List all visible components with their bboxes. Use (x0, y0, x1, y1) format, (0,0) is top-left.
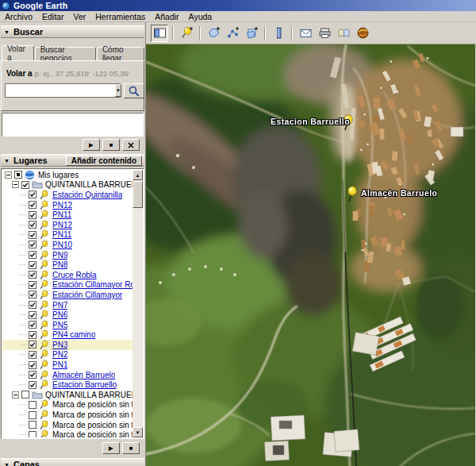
scrollbar-thumb[interactable] (132, 181, 143, 208)
tree-item-label[interactable]: PN1 (52, 360, 67, 369)
tree-item-label[interactable]: Mis lugares (38, 171, 79, 179)
add-placemark-button[interactable] (178, 25, 195, 42)
tab-cómo-llegar[interactable]: Cómo llegar (97, 47, 144, 61)
tree-item-label[interactable]: Marca de posición sin título (52, 421, 132, 429)
visibility-checkbox[interactable] (29, 231, 36, 239)
tree-item-pn12[interactable]: PN12 (2, 200, 132, 210)
tree-item-estacion-barruello[interactable]: Estacion Barruello (2, 379, 132, 390)
visibility-checkbox[interactable] (29, 191, 36, 198)
visibility-checkbox[interactable] (29, 321, 36, 329)
tree-item-estaci-n-cillamayor-robla[interactable]: Estación Cillamayor Robla (2, 280, 132, 291)
map-viewport[interactable]: Estacion BarruelloAlmacén Barruelo (146, 44, 475, 466)
visibility-checkbox[interactable] (29, 211, 36, 219)
tree-item-label[interactable]: PN3 (52, 341, 67, 349)
tree-item-label[interactable]: Marca de posición sin título (52, 410, 132, 419)
search-play-button[interactable]: ▶ (83, 139, 100, 151)
add-image-overlay-button[interactable] (243, 25, 260, 42)
tree-item-label[interactable]: PN10 (52, 241, 72, 249)
tree-item-label[interactable]: PN12 (52, 201, 72, 210)
tree-item-pn1[interactable]: PN1 (2, 360, 132, 370)
visibility-checkbox[interactable] (29, 251, 36, 259)
expand-collapse-box[interactable] (12, 391, 19, 399)
tree-item-label[interactable]: Almacén Barruelo (52, 371, 115, 379)
visibility-checkbox[interactable] (29, 241, 36, 248)
map-label-almac-n-barruelo[interactable]: Almacén Barruelo (361, 188, 437, 198)
tree-item-label[interactable]: PN11 (52, 230, 71, 239)
visibility-checkbox[interactable] (21, 391, 29, 399)
add-path-button[interactable] (224, 25, 241, 42)
tree-item-cruce-robla[interactable]: Cruce Robla (2, 270, 132, 280)
scroll-down-button[interactable]: ▼ (132, 427, 143, 437)
tree-item-pn3[interactable]: PN3 (2, 340, 132, 350)
tree-item-label[interactable]: PN7 (52, 301, 67, 310)
tree-item-label[interactable]: PN12 (52, 221, 72, 229)
visibility-checkbox[interactable] (29, 351, 36, 359)
tree-item-label[interactable]: PN2 (52, 350, 67, 359)
visibility-checkbox[interactable] (29, 291, 36, 298)
tree-item-pn10[interactable]: PN10 (2, 240, 132, 250)
tree-item-pn5[interactable]: PN5 (2, 320, 132, 330)
visibility-checkbox[interactable] (29, 371, 36, 379)
search-button[interactable] (124, 83, 144, 98)
search-close-button[interactable] (122, 139, 140, 151)
menu-item-archivo[interactable]: Archivo (0, 12, 37, 21)
search-panel-header[interactable]: ▼ Buscar (1, 25, 144, 38)
tree-item-mis-lugares[interactable]: Mis lugares (2, 170, 132, 180)
view-in-google-maps-button[interactable] (335, 25, 352, 42)
visibility-checkbox[interactable] (29, 331, 36, 339)
fly-to-input[interactable] (6, 84, 115, 97)
expand-collapse-box[interactable] (12, 181, 19, 188)
fly-to-combobox[interactable]: ▼ (5, 83, 121, 98)
tree-item-almac-n-barruelo[interactable]: Almacén Barruelo (2, 370, 132, 380)
tab-buscar-negocios[interactable]: Buscar negocios (35, 47, 96, 61)
visibility-checkbox[interactable] (29, 201, 36, 209)
visibility-checkbox[interactable] (21, 181, 29, 189)
tree-item-quintanilla-barruelo-serie[interactable]: QUINTANILLA BARRUELO SERIE (2, 390, 132, 400)
tree-item-pn11[interactable]: PN11 (2, 210, 132, 220)
tree-item-label[interactable]: PN5 (52, 321, 67, 329)
tree-item-label[interactable]: Estación Cillamayor (52, 291, 122, 299)
search-results-list[interactable] (2, 113, 144, 137)
menu-item-ver[interactable]: Ver (68, 12, 90, 21)
visibility-checkbox[interactable] (29, 411, 36, 419)
visibility-checkbox[interactable] (29, 341, 36, 349)
layers-panel-header[interactable]: ▼ Capas (1, 458, 144, 466)
visibility-checkbox[interactable] (29, 261, 36, 269)
visibility-checkbox[interactable] (29, 311, 36, 319)
tree-item-estaci-n-cillamayor[interactable]: Estación Cillamayor (2, 290, 132, 300)
menu-item-editar[interactable]: Editar (37, 12, 68, 21)
menu-item-añadir[interactable]: Añadir (150, 12, 183, 21)
visibility-checkbox[interactable] (29, 271, 36, 279)
places-play-button[interactable]: ▶ (102, 442, 120, 454)
ruler-button[interactable] (270, 25, 287, 42)
tree-item-marca-de-posici-n-sin-t-tulo[interactable]: Marca de posición sin título (2, 429, 132, 437)
tree-item-pn4-camino[interactable]: PN4 camino (2, 330, 132, 341)
places-stop-button[interactable]: ■ (122, 442, 140, 454)
visibility-checkbox[interactable] (14, 171, 22, 179)
tree-item-label[interactable]: Marca de posición sin título (52, 400, 132, 409)
tree-item-label[interactable]: QUINTANILLA BARRUELO NAMED (45, 180, 132, 189)
places-panel-header[interactable]: ▼ Lugares Añadir contenido (1, 154, 144, 167)
tree-item-marca-de-posici-n-sin-t-tulo[interactable]: Marca de posición sin título (2, 400, 132, 410)
tree-item-label[interactable]: Marca de posición sin título (52, 430, 132, 437)
tree-item-label[interactable]: PN6 (52, 310, 67, 319)
tree-item-label[interactable]: QUINTANILLA BARRUELO SERIE (45, 391, 132, 399)
tree-item-label[interactable]: PN9 (52, 251, 67, 260)
map-label-estacion-barruello[interactable]: Estacion Barruello (271, 117, 350, 126)
visibility-checkbox[interactable] (29, 431, 36, 437)
tree-item-estaci-n-quintanilla[interactable]: Estación Quintanilla (2, 190, 132, 200)
visibility-checkbox[interactable] (29, 281, 36, 289)
tree-item-label[interactable]: Estación Cillamayor Robla (52, 280, 132, 289)
tree-item-label[interactable]: Estación Quintanilla (52, 191, 122, 199)
tree-item-quintanilla-barruelo-named[interactable]: QUINTANILLA BARRUELO NAMED (2, 180, 132, 191)
tree-item-pn12[interactable]: PN12 (2, 220, 132, 230)
visibility-checkbox[interactable] (29, 361, 36, 369)
tree-item-label[interactable]: Cruce Robla (52, 271, 97, 279)
combobox-dropdown-button[interactable]: ▼ (115, 84, 121, 97)
add-content-button[interactable]: Añadir contenido (66, 156, 142, 166)
tree-item-label[interactable]: PN11 (52, 210, 71, 219)
tree-item-pn7[interactable]: PN7 (2, 300, 132, 310)
email-button[interactable] (297, 25, 314, 42)
tree-item-marca-de-posici-n-sin-t-tulo[interactable]: Marca de posición sin título (2, 420, 132, 430)
expand-collapse-box[interactable] (5, 171, 12, 179)
